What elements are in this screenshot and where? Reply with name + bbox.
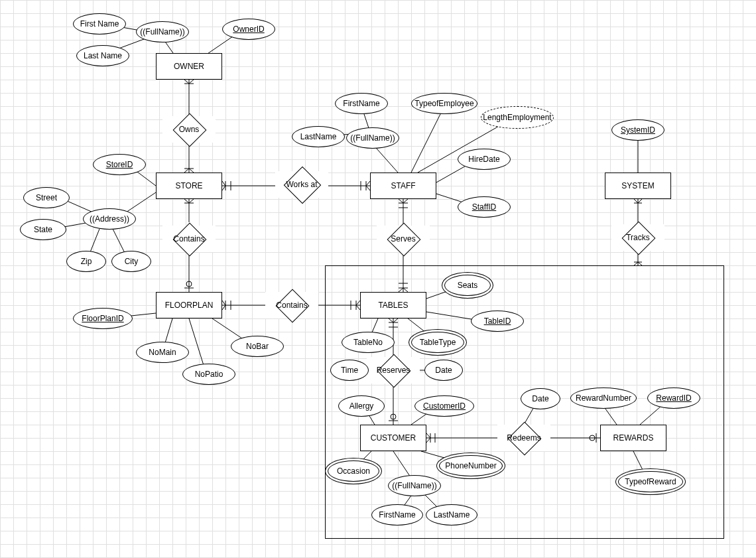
entity-store[interactable]: STORE: [156, 173, 222, 199]
attr-staff-firstname[interactable]: FirstName: [335, 93, 388, 114]
entity-owner[interactable]: OWNER: [156, 53, 222, 80]
attr-staff-lastname[interactable]: LastName: [292, 126, 345, 147]
entity-customer-label: CUSTOMER: [371, 433, 416, 443]
svg-line-8: [189, 80, 194, 84]
entity-floorplan[interactable]: FLOORPLAN: [156, 292, 222, 318]
entity-system[interactable]: SYSTEM: [605, 173, 671, 199]
entity-rewards[interactable]: REWARDS: [600, 425, 666, 451]
svg-line-39: [189, 199, 194, 203]
attr-customer-phone[interactable]: PhoneNumber: [439, 455, 503, 476]
attr-rewards-type[interactable]: TypeofReward: [618, 471, 683, 492]
attr-customer-fullname[interactable]: ((FullName)): [388, 475, 441, 496]
attr-store-zip[interactable]: Zip: [66, 251, 106, 272]
rel-works-at[interactable]: Works at: [275, 171, 328, 198]
er-diagram-canvas: OWNER First Name Last Name ((FullName)) …: [0, 0, 756, 558]
entity-tables-label: TABLES: [378, 301, 408, 310]
rel-tracks[interactable]: Tracks: [611, 224, 664, 251]
entity-rewards-label: REWARDS: [613, 433, 654, 443]
entity-owner-label: OWNER: [174, 62, 204, 71]
svg-line-50: [222, 305, 225, 310]
rel-contains-store[interactable]: Contains: [162, 226, 216, 252]
attr-floorplan-nopatio[interactable]: NoPatio: [182, 364, 235, 385]
attr-tables-id[interactable]: TableID: [471, 311, 524, 332]
attr-store-address[interactable]: ((Address)): [83, 208, 136, 230]
entity-tables[interactable]: TABLES: [360, 292, 426, 318]
attr-tables-seats[interactable]: Seats: [444, 275, 491, 296]
svg-line-106: [638, 199, 642, 203]
attr-rewards-number[interactable]: RewardNumber: [570, 387, 637, 409]
entity-system-label: SYSTEM: [621, 181, 654, 190]
attr-customer-firstname[interactable]: FirstName: [371, 504, 423, 525]
svg-line-7: [184, 80, 189, 84]
svg-line-49: [222, 301, 225, 305]
entity-customer[interactable]: CUSTOMER: [360, 425, 426, 451]
attr-store-state[interactable]: State: [20, 219, 66, 240]
entity-store-label: STORE: [175, 181, 202, 190]
rel-contains-fp[interactable]: Contains: [265, 292, 318, 318]
attr-staff-fullname[interactable]: ((FullName)): [346, 127, 399, 149]
attr-floorplan-id[interactable]: FloorPlanID: [73, 308, 133, 329]
attr-customer-lastname[interactable]: LastName: [426, 504, 477, 525]
svg-line-31: [411, 106, 444, 173]
attr-tables-tabletype[interactable]: TableType: [411, 332, 464, 353]
attr-owner-last-name[interactable]: Last Name: [76, 45, 129, 66]
attr-staff-hiredate[interactable]: HireDate: [458, 149, 511, 170]
attr-owner-first-name[interactable]: First Name: [73, 13, 126, 35]
rel-reserves[interactable]: Reserves: [367, 357, 420, 384]
attr-customer-occasion[interactable]: Occasion: [328, 460, 379, 482]
rel-owns[interactable]: Owns: [162, 116, 216, 143]
attr-staff-type[interactable]: TypeofEmployee: [411, 93, 477, 114]
rel-serves[interactable]: Serves: [377, 226, 430, 252]
attr-store-id[interactable]: StoreID: [93, 154, 146, 175]
attr-tables-tableno[interactable]: TableNo: [342, 332, 395, 353]
svg-line-60: [403, 199, 408, 203]
attr-store-city[interactable]: City: [111, 251, 151, 272]
attr-owner-fullname[interactable]: ((FullName)): [136, 21, 189, 42]
svg-line-22: [222, 186, 225, 190]
attr-rewards-id[interactable]: RewardID: [647, 387, 700, 409]
attr-reserves-date[interactable]: Date: [424, 360, 463, 381]
attr-store-street[interactable]: Street: [23, 187, 70, 208]
attr-floorplan-nobar[interactable]: NoBar: [231, 336, 284, 357]
attr-redeems-date[interactable]: Date: [521, 388, 560, 409]
rel-redeems[interactable]: Redeems: [497, 425, 550, 451]
entity-staff-label: STAFF: [391, 181, 415, 190]
attr-staff-length-employment[interactable]: LengthEmployment: [481, 106, 554, 129]
attr-owner-id[interactable]: OwnerID: [222, 19, 275, 40]
attr-system-id[interactable]: SystemID: [611, 119, 664, 141]
attr-customer-allergy[interactable]: Allergy: [338, 395, 385, 417]
attr-staff-id[interactable]: StaffID: [458, 196, 511, 218]
svg-point-41: [186, 281, 192, 287]
svg-line-59: [399, 199, 403, 203]
attr-reserves-time[interactable]: Time: [330, 360, 369, 381]
attr-floorplan-nomain[interactable]: NoMain: [136, 342, 189, 363]
entity-staff[interactable]: STAFF: [370, 173, 436, 199]
svg-line-105: [634, 199, 638, 203]
svg-line-21: [222, 181, 225, 186]
entity-floorplan-label: FLOORPLAN: [165, 301, 214, 310]
svg-line-38: [184, 199, 189, 203]
attr-customer-id[interactable]: CustomerID: [414, 395, 474, 417]
